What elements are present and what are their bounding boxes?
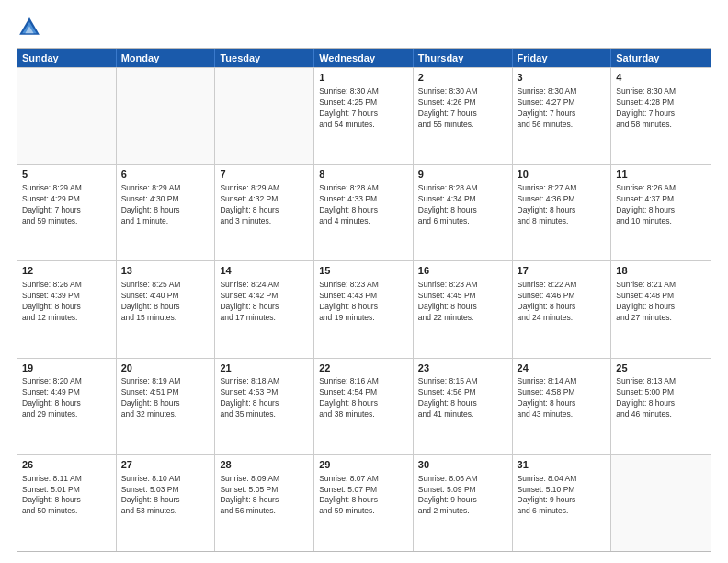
day-number: 23 bbox=[418, 362, 507, 375]
weekday-header-thursday: Thursday bbox=[414, 49, 513, 67]
day-info: Sunrise: 8:04 AM Sunset: 5:10 PM Dayligh… bbox=[518, 474, 607, 518]
calendar-cell-day-10: 10Sunrise: 8:27 AM Sunset: 4:36 PM Dayli… bbox=[513, 165, 612, 260]
calendar-cell-day-23: 23Sunrise: 8:15 AM Sunset: 4:56 PM Dayli… bbox=[414, 359, 513, 454]
day-info: Sunrise: 8:07 AM Sunset: 5:07 PM Dayligh… bbox=[319, 474, 408, 518]
calendar-cell-day-19: 19Sunrise: 8:20 AM Sunset: 4:49 PM Dayli… bbox=[17, 359, 117, 454]
day-info: Sunrise: 8:24 AM Sunset: 4:42 PM Dayligh… bbox=[220, 280, 309, 324]
calendar-cell-empty bbox=[215, 68, 314, 164]
day-info: Sunrise: 8:30 AM Sunset: 4:28 PM Dayligh… bbox=[616, 86, 706, 131]
calendar-cell-day-29: 29Sunrise: 8:07 AM Sunset: 5:07 PM Dayli… bbox=[314, 455, 414, 551]
day-number: 13 bbox=[121, 264, 210, 278]
day-number: 19 bbox=[22, 362, 111, 375]
calendar-cell-day-13: 13Sunrise: 8:25 AM Sunset: 4:40 PM Dayli… bbox=[117, 261, 216, 357]
day-number: 21 bbox=[220, 362, 309, 375]
day-info: Sunrise: 8:18 AM Sunset: 4:53 PM Dayligh… bbox=[220, 376, 309, 420]
day-number: 24 bbox=[518, 362, 607, 375]
calendar-cell-day-4: 4Sunrise: 8:30 AM Sunset: 4:28 PM Daylig… bbox=[611, 68, 711, 164]
day-info: Sunrise: 8:28 AM Sunset: 4:33 PM Dayligh… bbox=[319, 183, 408, 227]
header bbox=[17, 15, 711, 40]
day-number: 20 bbox=[121, 362, 210, 375]
calendar-cell-day-26: 26Sunrise: 8:11 AM Sunset: 5:01 PM Dayli… bbox=[17, 455, 117, 551]
day-info: Sunrise: 8:19 AM Sunset: 4:51 PM Dayligh… bbox=[121, 376, 210, 420]
day-number: 5 bbox=[22, 167, 111, 181]
day-info: Sunrise: 8:09 AM Sunset: 5:05 PM Dayligh… bbox=[220, 474, 309, 518]
calendar-cell-day-22: 22Sunrise: 8:16 AM Sunset: 4:54 PM Dayli… bbox=[314, 359, 414, 454]
day-info: Sunrise: 8:25 AM Sunset: 4:40 PM Dayligh… bbox=[121, 280, 210, 324]
day-info: Sunrise: 8:13 AM Sunset: 5:00 PM Dayligh… bbox=[616, 376, 706, 420]
day-info: Sunrise: 8:16 AM Sunset: 4:54 PM Dayligh… bbox=[319, 376, 408, 420]
day-number: 2 bbox=[418, 71, 507, 85]
calendar-cell-day-25: 25Sunrise: 8:13 AM Sunset: 5:00 PM Dayli… bbox=[611, 359, 711, 454]
day-number: 25 bbox=[616, 362, 706, 375]
calendar-cell-empty bbox=[17, 68, 117, 164]
calendar-cell-day-6: 6Sunrise: 8:29 AM Sunset: 4:30 PM Daylig… bbox=[117, 165, 216, 260]
day-number: 15 bbox=[319, 264, 408, 278]
calendar-row-1: 1Sunrise: 8:30 AM Sunset: 4:25 PM Daylig… bbox=[17, 67, 711, 164]
day-info: Sunrise: 8:10 AM Sunset: 5:03 PM Dayligh… bbox=[121, 474, 210, 518]
day-number: 6 bbox=[121, 167, 210, 181]
calendar-cell-day-17: 17Sunrise: 8:22 AM Sunset: 4:46 PM Dayli… bbox=[513, 261, 612, 357]
calendar-cell-day-30: 30Sunrise: 8:06 AM Sunset: 5:09 PM Dayli… bbox=[414, 455, 513, 551]
day-info: Sunrise: 8:23 AM Sunset: 4:45 PM Dayligh… bbox=[418, 280, 507, 324]
day-number: 12 bbox=[22, 264, 111, 278]
day-info: Sunrise: 8:27 AM Sunset: 4:36 PM Dayligh… bbox=[518, 183, 607, 227]
calendar-body: 1Sunrise: 8:30 AM Sunset: 4:25 PM Daylig… bbox=[17, 67, 711, 551]
calendar-cell-day-31: 31Sunrise: 8:04 AM Sunset: 5:10 PM Dayli… bbox=[513, 455, 612, 551]
calendar-cell-day-5: 5Sunrise: 8:29 AM Sunset: 4:29 PM Daylig… bbox=[17, 165, 117, 260]
weekday-header-tuesday: Tuesday bbox=[215, 49, 314, 67]
calendar: SundayMondayTuesdayWednesdayThursdayFrid… bbox=[17, 48, 711, 552]
calendar-cell-day-14: 14Sunrise: 8:24 AM Sunset: 4:42 PM Dayli… bbox=[215, 261, 314, 357]
day-number: 16 bbox=[418, 264, 507, 278]
day-info: Sunrise: 8:20 AM Sunset: 4:49 PM Dayligh… bbox=[22, 376, 111, 420]
day-number: 7 bbox=[220, 167, 309, 181]
day-info: Sunrise: 8:14 AM Sunset: 4:58 PM Dayligh… bbox=[518, 376, 607, 420]
calendar-header: SundayMondayTuesdayWednesdayThursdayFrid… bbox=[17, 49, 711, 67]
day-number: 17 bbox=[518, 264, 607, 278]
day-number: 3 bbox=[518, 71, 607, 85]
calendar-cell-day-27: 27Sunrise: 8:10 AM Sunset: 5:03 PM Dayli… bbox=[117, 455, 216, 551]
day-info: Sunrise: 8:21 AM Sunset: 4:48 PM Dayligh… bbox=[616, 280, 706, 324]
calendar-cell-day-18: 18Sunrise: 8:21 AM Sunset: 4:48 PM Dayli… bbox=[611, 261, 711, 357]
day-number: 26 bbox=[22, 458, 111, 472]
day-number: 27 bbox=[121, 458, 210, 472]
calendar-cell-day-1: 1Sunrise: 8:30 AM Sunset: 4:25 PM Daylig… bbox=[314, 68, 414, 164]
day-number: 31 bbox=[518, 458, 607, 472]
day-number: 1 bbox=[319, 71, 408, 85]
weekday-header-sunday: Sunday bbox=[17, 49, 117, 67]
day-info: Sunrise: 8:29 AM Sunset: 4:30 PM Dayligh… bbox=[121, 183, 210, 227]
calendar-cell-day-2: 2Sunrise: 8:30 AM Sunset: 4:26 PM Daylig… bbox=[414, 68, 513, 164]
calendar-cell-day-16: 16Sunrise: 8:23 AM Sunset: 4:45 PM Dayli… bbox=[414, 261, 513, 357]
day-info: Sunrise: 8:30 AM Sunset: 4:25 PM Dayligh… bbox=[319, 86, 408, 131]
day-number: 8 bbox=[319, 167, 408, 181]
weekday-header-monday: Monday bbox=[117, 49, 216, 67]
day-info: Sunrise: 8:15 AM Sunset: 4:56 PM Dayligh… bbox=[418, 376, 507, 420]
calendar-row-4: 19Sunrise: 8:20 AM Sunset: 4:49 PM Dayli… bbox=[17, 358, 711, 454]
calendar-cell-day-11: 11Sunrise: 8:26 AM Sunset: 4:37 PM Dayli… bbox=[611, 165, 711, 260]
page: SundayMondayTuesdayWednesdayThursdayFrid… bbox=[0, 0, 728, 563]
day-info: Sunrise: 8:23 AM Sunset: 4:43 PM Dayligh… bbox=[319, 280, 408, 324]
weekday-header-saturday: Saturday bbox=[611, 49, 711, 67]
calendar-cell-day-21: 21Sunrise: 8:18 AM Sunset: 4:53 PM Dayli… bbox=[215, 359, 314, 454]
day-info: Sunrise: 8:29 AM Sunset: 4:32 PM Dayligh… bbox=[220, 183, 309, 227]
calendar-row-5: 26Sunrise: 8:11 AM Sunset: 5:01 PM Dayli… bbox=[17, 454, 711, 551]
calendar-cell-day-12: 12Sunrise: 8:26 AM Sunset: 4:39 PM Dayli… bbox=[17, 261, 117, 357]
day-number: 9 bbox=[418, 167, 507, 181]
day-number: 4 bbox=[616, 71, 706, 85]
calendar-cell-empty bbox=[611, 455, 711, 551]
logo bbox=[17, 15, 46, 40]
day-info: Sunrise: 8:30 AM Sunset: 4:27 PM Dayligh… bbox=[518, 86, 607, 131]
weekday-header-wednesday: Wednesday bbox=[314, 49, 414, 67]
calendar-cell-day-15: 15Sunrise: 8:23 AM Sunset: 4:43 PM Dayli… bbox=[314, 261, 414, 357]
day-number: 14 bbox=[220, 264, 309, 278]
day-info: Sunrise: 8:26 AM Sunset: 4:37 PM Dayligh… bbox=[616, 183, 706, 227]
day-number: 28 bbox=[220, 458, 309, 472]
day-info: Sunrise: 8:06 AM Sunset: 5:09 PM Dayligh… bbox=[418, 474, 507, 518]
day-number: 22 bbox=[319, 362, 408, 375]
day-info: Sunrise: 8:22 AM Sunset: 4:46 PM Dayligh… bbox=[518, 280, 607, 324]
calendar-row-3: 12Sunrise: 8:26 AM Sunset: 4:39 PM Dayli… bbox=[17, 260, 711, 357]
day-number: 30 bbox=[418, 458, 507, 472]
day-info: Sunrise: 8:26 AM Sunset: 4:39 PM Dayligh… bbox=[22, 280, 111, 324]
calendar-cell-empty bbox=[117, 68, 216, 164]
calendar-cell-day-3: 3Sunrise: 8:30 AM Sunset: 4:27 PM Daylig… bbox=[513, 68, 612, 164]
logo-icon bbox=[17, 15, 42, 40]
